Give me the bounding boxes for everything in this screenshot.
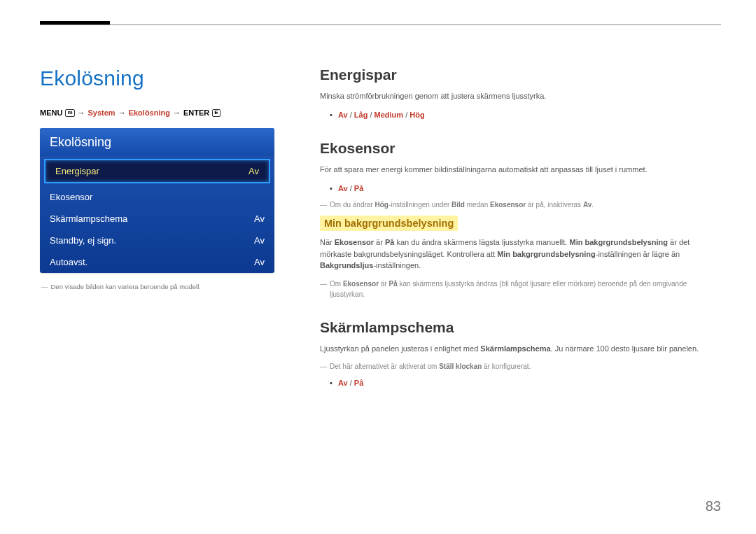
osd-menu-row[interactable]: Autoavst.Av: [40, 251, 274, 273]
opts-ekosensor: Av / På: [320, 183, 721, 195]
enter-icon: E: [212, 109, 220, 117]
option-value: På: [354, 379, 363, 387]
bc-arrow: →: [118, 108, 126, 117]
osd-menu-row-label: Standby, ej sign.: [50, 235, 116, 246]
h2-skarm: Skärmlampschema: [320, 319, 721, 336]
osd-menu-row[interactable]: SkärmlampschemaAv: [40, 208, 274, 230]
osd-menu-row[interactable]: Ekosensor: [40, 186, 274, 208]
option-sep: /: [348, 379, 354, 387]
h2-energispar: Energispar: [320, 66, 721, 83]
osd-menu-row-value: Av: [254, 235, 265, 246]
osd-menu: Ekolösning EnergisparAvEkosensorSkärmlam…: [40, 128, 274, 273]
osd-menu-row-label: Autoavst.: [50, 257, 88, 267]
osd-menu-row-label: Energispar: [55, 166, 99, 176]
note-skarm: Det här alternativet är aktiverat om Stä…: [320, 361, 721, 372]
bc-ekolosning: Ekolösning: [129, 108, 170, 117]
osd-menu-row-label: Ekosensor: [50, 192, 92, 202]
note-ekosensor-1: Om du ändrar Hög-inställningen under Bil…: [320, 199, 721, 210]
breadcrumb: MENU m → System → Ekolösning → ENTER E: [40, 108, 292, 117]
section-energispar: Energispar Minska strömförbrukningen gen…: [320, 66, 721, 120]
osd-menu-row-value: Av: [248, 166, 259, 176]
osd-menu-title: Ekolösning: [40, 128, 274, 156]
section-ekosensor: Ekosensor För att spara mer energi komme…: [320, 140, 721, 300]
note-ekosensor-2: Om Ekosensor är På kan skärmens ljusstyr…: [320, 279, 721, 300]
bc-enter: ENTER: [183, 108, 209, 117]
option-value: Hög: [410, 111, 424, 119]
option-value: På: [354, 184, 363, 192]
osd-menu-row[interactable]: Standby, ej sign.Av: [40, 230, 274, 251]
option-value: Av: [338, 184, 348, 192]
image-caption: Den visade bilden kan variera beroende p…: [40, 283, 292, 290]
page-title: Ekolösning: [40, 66, 292, 90]
osd-menu-row[interactable]: EnergisparAv: [44, 159, 270, 183]
opts-energispar: Av / Låg / Medium / Hög: [320, 109, 721, 121]
bc-system: System: [88, 108, 115, 117]
osd-menu-row-value: Av: [254, 257, 265, 267]
option-sep: /: [368, 111, 374, 119]
h3-min-bakgrund: Min bakgrgrundsbelysning: [320, 216, 458, 231]
osd-menu-row-value: Av: [254, 213, 265, 224]
menu-icon: m: [65, 109, 74, 117]
osd-menu-row-label: Skärmlampschema: [50, 213, 127, 224]
option-value: Låg: [354, 111, 368, 119]
page-header-rule: [40, 24, 721, 25]
option-value: Medium: [374, 111, 404, 119]
p-skarm: Ljusstyrkan på panelen justeras i enligh…: [320, 343, 721, 355]
opts-skarm: Av / På: [320, 377, 721, 389]
option-sep: /: [348, 111, 354, 119]
p-energispar: Minska strömförbrukningen genom att just…: [320, 90, 721, 102]
option-value: Av: [338, 111, 348, 119]
option-sep: /: [403, 111, 410, 119]
p-min-bakgrund: När Ekosensor är På kan du ändra skärmen…: [320, 237, 721, 272]
bc-menu: MENU: [40, 108, 62, 117]
option-value: Av: [338, 379, 348, 387]
bc-arrow: →: [173, 108, 181, 117]
section-skarm: Skärmlampschema Ljusstyrkan på panelen j…: [320, 319, 721, 389]
option-sep: /: [348, 184, 354, 192]
h2-ekosensor: Ekosensor: [320, 140, 721, 157]
page-number: 83: [706, 498, 721, 514]
bc-arrow: →: [78, 108, 85, 117]
p-ekosensor: För att spara mer energi kommer bildinst…: [320, 164, 721, 176]
